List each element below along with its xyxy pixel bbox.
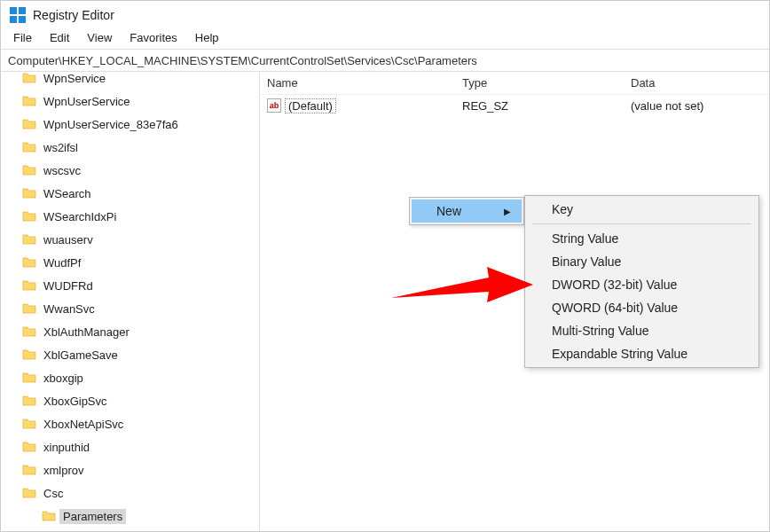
folder-icon [22, 301, 36, 316]
value-type: REG_SZ [455, 98, 624, 114]
tree-item[interactable]: XboxNetApiSvc [6, 412, 259, 435]
list-header: Name Type Data [260, 72, 769, 95]
menu-edit[interactable]: Edit [43, 29, 76, 46]
tree-item[interactable]: xinputhid [6, 435, 259, 458]
tree-item-label: WSearch [40, 186, 94, 201]
regedit-icon [10, 7, 26, 23]
context-submenu[interactable]: Key String Value Binary Value DWORD (32-… [524, 195, 759, 368]
submenu-multi-string-value[interactable]: Multi-String Value [525, 319, 758, 342]
folder-icon [22, 394, 36, 408]
window-title: Registry Editor [33, 8, 114, 22]
folder-icon [22, 94, 36, 108]
tree-item-label: wuauserv [40, 232, 97, 247]
tree-item-label: XblAuthManager [40, 325, 133, 340]
folder-icon [22, 72, 36, 85]
folder-icon [22, 371, 36, 385]
string-value-icon: ab [267, 98, 281, 113]
tree-item-label: XboxGipSvc [40, 394, 111, 409]
tree-item[interactable]: WSearch [6, 182, 259, 205]
submenu-qword-value[interactable]: QWORD (64-bit) Value [525, 296, 758, 319]
tree-item-label: WpnService [40, 72, 109, 86]
submenu-expandable-string-value[interactable]: Expandable String Value [525, 342, 758, 365]
context-menu-new[interactable]: New ▶ [412, 200, 522, 223]
column-data[interactable]: Data [624, 73, 769, 93]
tree-item[interactable]: Csc [6, 481, 259, 505]
submenu-binary-value[interactable]: Binary Value [525, 250, 758, 273]
menu-bar: File Edit View Favorites Help [1, 27, 769, 49]
column-type[interactable]: Type [455, 73, 624, 93]
tree-item[interactable]: xboxgip [6, 366, 259, 389]
folder-icon [22, 209, 36, 223]
svg-rect-0 [10, 7, 17, 14]
chevron-right-icon: ▶ [504, 207, 511, 216]
context-menu[interactable]: New ▶ [409, 197, 524, 225]
title-bar: Registry Editor [1, 1, 769, 27]
folder-icon [22, 140, 36, 154]
folder-icon [22, 117, 36, 131]
tree-item[interactable]: WpnService [6, 72, 259, 90]
value-data: (value not set) [624, 98, 769, 114]
tree-item-label: xinputhid [40, 440, 93, 455]
svg-rect-2 [10, 16, 17, 23]
tree-item-label: Csc [40, 486, 67, 501]
svg-rect-3 [19, 16, 26, 23]
tree-item-label: WSearchIdxPi [40, 209, 120, 224]
menu-help[interactable]: Help [188, 29, 226, 46]
submenu-key[interactable]: Key [525, 198, 758, 221]
menu-file[interactable]: File [6, 29, 39, 46]
folder-icon [22, 278, 36, 293]
tree-item-label: WpnUserService_83e7fa6 [40, 117, 182, 132]
tree-item[interactable]: WpnUserService [6, 90, 259, 113]
tree-item-label: WUDFRd [40, 278, 97, 293]
address-path: Computer\HKEY_LOCAL_MACHINE\SYSTEM\Curre… [8, 54, 477, 67]
tree-item[interactable]: ws2ifsl [6, 136, 259, 159]
tree-item[interactable]: Parameters [6, 505, 259, 528]
submenu-string-value[interactable]: String Value [525, 227, 758, 250]
menu-separator [532, 223, 751, 224]
folder-icon [22, 163, 36, 177]
folder-icon [22, 255, 36, 270]
address-bar[interactable]: Computer\HKEY_LOCAL_MACHINE\SYSTEM\Curre… [1, 49, 769, 72]
tree-item[interactable]: WUDFRd [6, 274, 259, 297]
tree-item[interactable]: WpnUserService_83e7fa6 [6, 113, 259, 136]
tree-item[interactable]: WwanSvc [6, 297, 259, 320]
tree-item[interactable]: wscsvc [6, 159, 259, 182]
tree-item[interactable]: XblGameSave [6, 343, 259, 366]
folder-icon [22, 348, 36, 362]
folder-icon [22, 232, 36, 246]
tree-pane[interactable]: WpnServiceWpnUserServiceWpnUserService_8… [1, 72, 260, 532]
folder-icon [22, 325, 36, 339]
folder-icon [42, 509, 56, 523]
folder-icon [22, 440, 36, 454]
tree-item-label: wscsvc [40, 163, 84, 178]
tree-item[interactable]: wuauserv [6, 228, 259, 251]
context-menu-new-label: New [436, 204, 461, 218]
tree-item-label: WudfPf [40, 255, 84, 270]
column-name[interactable]: Name [260, 73, 455, 93]
menu-favorites[interactable]: Favorites [122, 29, 184, 46]
tree-item[interactable]: XblAuthManager [6, 320, 259, 343]
value-name: (Default) [285, 98, 336, 113]
menu-view[interactable]: View [80, 29, 119, 46]
tree-item-label: ws2ifsl [40, 140, 82, 155]
tree-item-label: Parameters [59, 509, 126, 524]
folder-icon [22, 186, 36, 200]
tree-item-label: xboxgip [40, 371, 87, 386]
folder-icon [22, 463, 36, 477]
folder-icon [22, 417, 36, 431]
tree-item-label: xmlprov [40, 463, 88, 478]
tree-item-label: XblGameSave [40, 348, 122, 363]
tree-item[interactable]: WSearchIdxPi [6, 205, 259, 228]
list-row[interactable]: ab (Default) REG_SZ (value not set) [260, 95, 769, 116]
tree-item[interactable]: xmlprov [6, 458, 259, 481]
tree-item-label: WpnUserService [40, 94, 134, 109]
tree-item-label: WwanSvc [40, 301, 98, 317]
submenu-dword-value[interactable]: DWORD (32-bit) Value [525, 273, 758, 296]
tree-item[interactable]: WudfPf [6, 251, 259, 274]
folder-icon [22, 486, 36, 500]
tree-item[interactable]: XboxGipSvc [6, 389, 259, 412]
svg-rect-1 [19, 7, 26, 14]
tree-item-label: XboxNetApiSvc [40, 417, 127, 432]
